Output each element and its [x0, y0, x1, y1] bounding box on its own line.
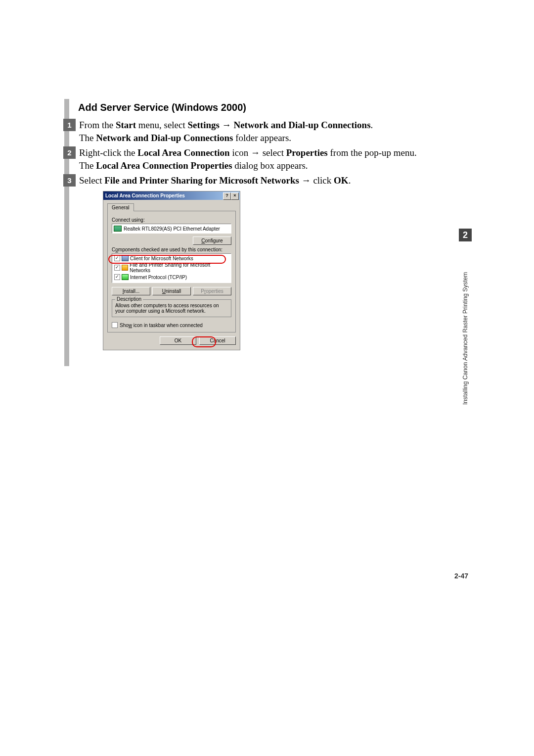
step-3-text: Select File and Printer Sharing for Micr…: [79, 174, 455, 187]
step-2-badge: 2: [63, 146, 76, 159]
install-button[interactable]: Install...: [112, 287, 150, 295]
step-1-text: From the Start menu, select Settings → N…: [79, 119, 455, 144]
chapter-title: Installing Canon Advanced Raster Printin…: [462, 246, 469, 405]
checkbox-icon[interactable]: ✓: [114, 255, 120, 261]
file-printer-icon: [122, 265, 129, 271]
properties-button[interactable]: Properties: [193, 287, 231, 295]
chapter-number: 2: [459, 229, 472, 241]
components-label: Components checked are used by this conn…: [112, 247, 231, 252]
step-3-badge: 3: [63, 174, 76, 187]
step-1-badge: 1: [63, 119, 76, 131]
description-group: Description Allows other computers to ac…: [112, 299, 231, 317]
description-text: Allows other computers to access resourc…: [115, 303, 228, 314]
checkbox-icon[interactable]: ✓: [114, 265, 120, 271]
page-number: 2-47: [454, 572, 468, 580]
adapter-field: Realtek RTL8029(AS) PCI Ethernet Adapter: [112, 224, 231, 234]
show-icon-checkbox[interactable]: [112, 322, 118, 328]
step-2-text: Right-click the Local Area Connection ic…: [79, 146, 455, 172]
configure-button[interactable]: Configure: [193, 236, 231, 245]
chapter-tab: 2 Installing Canon Advanced Raster Print…: [459, 229, 472, 405]
list-item[interactable]: ✓ File and Printer Sharing for Microsoft…: [113, 262, 230, 274]
help-button[interactable]: ?: [223, 192, 231, 200]
tab-general[interactable]: General: [107, 203, 134, 211]
close-button[interactable]: ×: [231, 192, 239, 200]
tab-panel: Connect using: Realtek RTL8029(AS) PCI E…: [107, 211, 236, 332]
show-icon-label: Show icon in taskbar when connected: [120, 323, 203, 328]
ok-button[interactable]: OK: [160, 336, 196, 345]
dialog-titlebar[interactable]: Local Area Connection Properties ? ×: [103, 191, 240, 200]
description-legend: Description: [115, 296, 143, 302]
properties-dialog: Local Area Connection Properties ? × Gen…: [103, 191, 240, 350]
list-item[interactable]: ✓ Internet Protocol (TCP/IP): [113, 274, 230, 281]
dialog-body: General Connect using: Realtek RTL8029(A…: [103, 200, 240, 350]
connect-using-label: Connect using:: [112, 217, 231, 223]
checkbox-icon[interactable]: ✓: [114, 274, 120, 280]
client-icon: [122, 255, 129, 261]
nic-icon: [114, 226, 122, 232]
cancel-button[interactable]: Cancel: [199, 336, 236, 345]
adapter-name: Realtek RTL8029(AS) PCI Ethernet Adapter: [124, 226, 220, 232]
list-item[interactable]: ✓ Client for Microsoft Networks: [113, 255, 230, 262]
dialog-title: Local Area Connection Properties: [105, 193, 185, 198]
section-heading: Add Server Service (Windows 2000): [78, 102, 246, 113]
uninstall-button[interactable]: Uninstall: [152, 287, 191, 295]
components-list[interactable]: ✓ Client for Microsoft Networks ✓ File a…: [112, 253, 231, 283]
tcpip-icon: [122, 274, 129, 280]
left-gray-bar: [64, 99, 69, 366]
